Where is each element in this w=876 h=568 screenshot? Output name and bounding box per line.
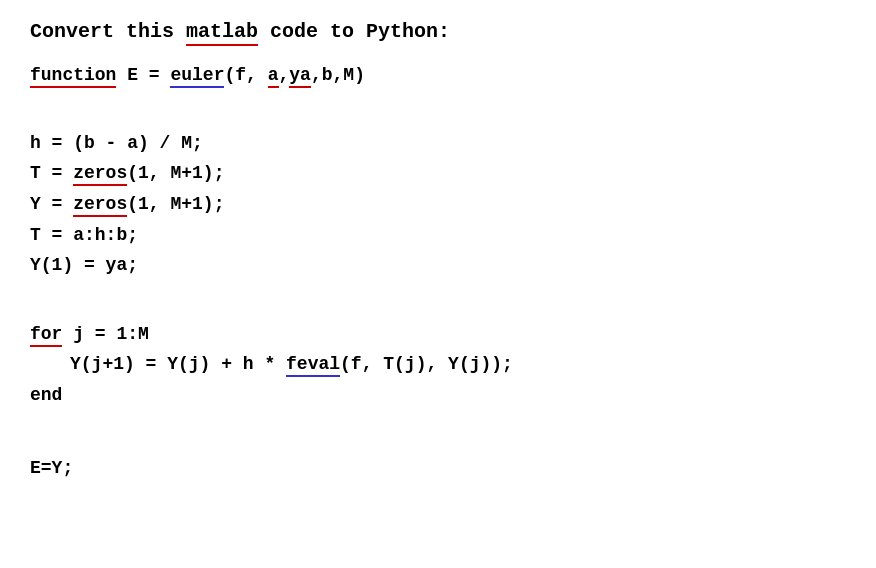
code-line-3: Y = zeros(1, M+1); (30, 189, 846, 220)
function-keyword: function (30, 65, 116, 88)
function-body: E = euler(f, a,ya,b,M) (127, 65, 365, 88)
for-rest: j = 1:M (62, 324, 148, 344)
code-line-5: Y(1) = ya; (30, 250, 846, 281)
code-line-2: T = zeros(1, M+1); (30, 158, 846, 189)
rest-text: code to Python: (270, 20, 450, 43)
code-section-1: h = (b - a) / M; T = zeros(1, M+1); Y = … (30, 128, 846, 281)
code-line-4: T = a:h:b; (30, 220, 846, 251)
for-section: for j = 1:M Y(j+1) = Y(j) + h * feval(f,… (30, 319, 846, 411)
function-line: function E = euler(f, a,ya,b,M) (30, 61, 846, 90)
for-body: Y(j+1) = Y(j) + h * feval(f, T(j), Y(j))… (30, 349, 846, 380)
final-line: E=Y; (30, 453, 846, 484)
header-line: Convert this matlab code to Python: (30, 20, 846, 43)
for-header: for j = 1:M (30, 319, 846, 350)
code-line-1: h = (b - a) / M; (30, 128, 846, 159)
for-end: end (30, 380, 846, 411)
matlab-text: matlab (186, 20, 258, 46)
this-text: this (126, 20, 174, 43)
convert-text: Convert (30, 20, 114, 43)
page-container: Convert this matlab code to Python: func… (30, 20, 846, 483)
final-section: E=Y; (30, 453, 846, 484)
